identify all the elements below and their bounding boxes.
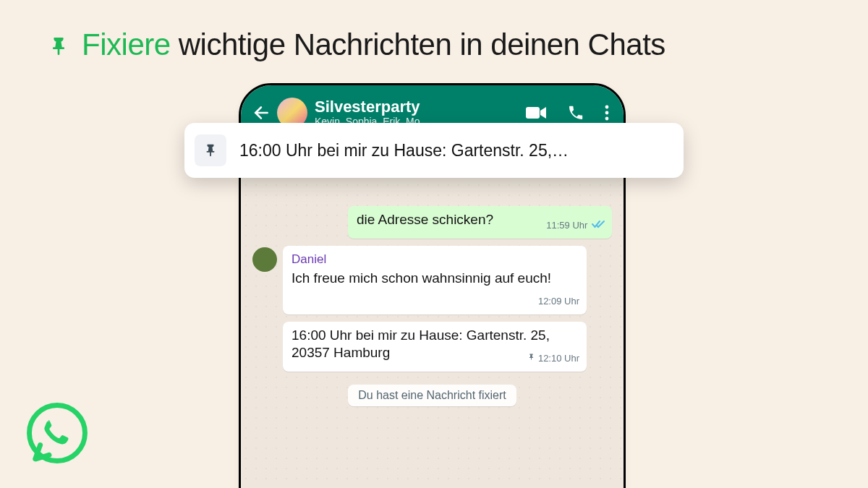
message-text: 16:00 Uhr bei mir zu Hause: Gartenstr. 2… [292, 328, 550, 360]
message-row-incoming: 16:00 Uhr bei mir zu Hause: Gartenstr. 2… [283, 322, 612, 372]
page-heading: Fixiere wichtige Nachrichten in deinen C… [47, 27, 665, 62]
read-ticks-icon [592, 220, 605, 231]
message-text: die Adresse schicken? [357, 212, 493, 227]
sender-avatar[interactable] [252, 247, 277, 272]
message-text: Ich freue mich schon wahnsinnig auf euch… [292, 270, 551, 286]
svg-point-3 [605, 116, 609, 120]
message-bubble-outgoing[interactable]: die Adresse schicken? 11:59 Uhr [348, 206, 612, 239]
message-row-incoming: Daniel Ich freue mich schon wahnsinnig a… [252, 246, 612, 314]
pin-icon-box [195, 134, 226, 166]
back-button[interactable] [248, 99, 276, 127]
system-pinned-chip[interactable]: Du hast eine Nachricht fixiert [348, 385, 516, 406]
message-row-outgoing: die Adresse schicken? 11:59 Uhr [252, 206, 612, 239]
message-bubble-incoming-pinned[interactable]: 16:00 Uhr bei mir zu Hause: Gartenstr. 2… [283, 322, 587, 372]
pin-icon [527, 350, 535, 367]
message-time: 12:09 Uhr [538, 293, 579, 310]
video-call-button[interactable] [515, 106, 557, 120]
whatsapp-logo [25, 401, 89, 465]
pinned-message-banner[interactable]: 16:00 Uhr bei mir zu Hause: Gartenstr. 2… [184, 123, 684, 178]
voice-call-button[interactable] [557, 104, 595, 121]
message-time: 12:10 Uhr [527, 350, 579, 367]
chat-body: die Adresse schicken? 11:59 Uhr Daniel I… [241, 140, 624, 488]
pinned-message-text: 16:00 Uhr bei mir zu Hause: Gartenstr. 2… [239, 141, 569, 160]
message-sender: Daniel [292, 251, 579, 268]
more-options-button[interactable] [595, 105, 613, 121]
svg-point-1 [605, 105, 609, 108]
svg-point-2 [605, 111, 609, 114]
svg-rect-0 [526, 107, 540, 119]
message-bubble-incoming[interactable]: Daniel Ich freue mich schon wahnsinnig a… [283, 246, 587, 314]
heading-rest: wichtige Nachrichten in deinen Chats [171, 27, 665, 61]
heading-green-word: Fixiere [82, 27, 171, 61]
chat-title: Silvesterparty [315, 98, 515, 116]
pin-icon [47, 30, 77, 61]
message-time: 11:59 Uhr [546, 217, 605, 234]
pin-icon [203, 141, 218, 160]
